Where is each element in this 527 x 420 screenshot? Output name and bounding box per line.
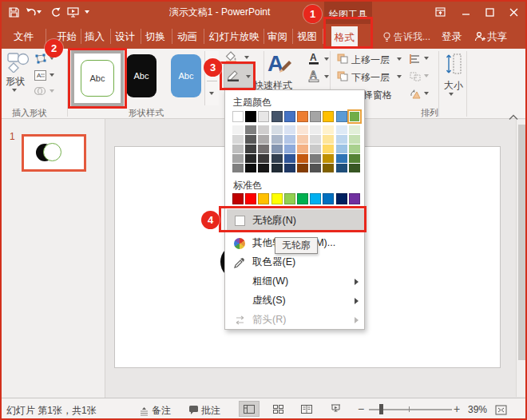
color-swatch[interactable] xyxy=(258,193,269,204)
zoom-out-button[interactable]: − xyxy=(358,402,364,415)
color-swatch[interactable] xyxy=(284,193,295,204)
color-swatch[interactable] xyxy=(310,145,321,154)
text-fill-icon[interactable]: A xyxy=(308,52,319,68)
shapes-dropdown-icon[interactable] xyxy=(12,89,17,92)
tab-file[interactable]: 文件 xyxy=(14,30,34,44)
color-swatch[interactable] xyxy=(323,125,334,135)
shape-style-1-selected[interactable]: Abc xyxy=(71,50,124,106)
tab-transitions[interactable]: 切换 xyxy=(145,30,165,44)
bring-forward-dropdown-icon[interactable] xyxy=(397,57,402,61)
text-outline-icon[interactable]: A xyxy=(308,69,319,85)
color-swatch[interactable] xyxy=(349,135,360,145)
align-dropdown-icon[interactable] xyxy=(424,57,429,60)
color-swatch[interactable] xyxy=(284,135,295,145)
color-swatch[interactable] xyxy=(310,154,321,164)
quick-styles-icon[interactable]: A xyxy=(265,50,295,77)
rotate-icon[interactable] xyxy=(408,88,422,101)
color-swatch[interactable] xyxy=(245,164,256,173)
slide-sorter-view-button[interactable] xyxy=(267,401,288,417)
color-swatch[interactable] xyxy=(232,164,244,173)
vertical-scrollbar[interactable] xyxy=(516,120,526,397)
qat-customize-icon[interactable] xyxy=(85,10,89,14)
slideshow-view-button[interactable] xyxy=(325,401,346,417)
tab-review[interactable]: 审阅 xyxy=(267,30,287,44)
sign-in-link[interactable]: 登录 xyxy=(442,30,462,44)
reading-view-button[interactable] xyxy=(296,401,317,417)
shape-style-3[interactable]: Abc xyxy=(171,54,201,97)
redo-button[interactable] xyxy=(48,6,62,18)
color-swatch[interactable] xyxy=(349,145,360,154)
color-swatch[interactable] xyxy=(310,125,321,135)
color-swatch[interactable] xyxy=(245,135,256,145)
color-swatch[interactable] xyxy=(336,164,347,173)
color-swatch[interactable] xyxy=(245,125,256,135)
color-swatch[interactable] xyxy=(232,125,244,135)
merge-shapes-dropdown-icon[interactable] xyxy=(50,89,54,93)
color-swatch[interactable] xyxy=(336,111,347,122)
color-swatch[interactable] xyxy=(245,111,256,122)
text-box-dropdown-icon[interactable] xyxy=(50,73,54,77)
size-dropdown-icon[interactable] xyxy=(449,93,454,96)
shapes-gallery-icon[interactable] xyxy=(6,52,30,76)
size-icon[interactable] xyxy=(445,52,462,79)
edit-shape-icon[interactable] xyxy=(33,52,47,65)
text-box-icon[interactable]: A xyxy=(33,69,47,81)
color-swatch[interactable] xyxy=(232,154,244,164)
shape-fill-button[interactable] xyxy=(225,51,254,65)
color-swatch[interactable] xyxy=(310,164,321,173)
color-swatch[interactable] xyxy=(258,164,269,173)
slide-thumbnail[interactable] xyxy=(22,134,86,172)
color-swatch[interactable] xyxy=(310,193,321,204)
color-swatch[interactable] xyxy=(297,125,308,135)
color-swatch[interactable] xyxy=(297,111,308,122)
rotate-dropdown-icon[interactable] xyxy=(424,92,429,95)
shapes-button[interactable]: 形状 xyxy=(6,75,25,89)
send-backward-button[interactable]: 下移一层 xyxy=(351,71,390,85)
color-swatch[interactable] xyxy=(336,135,347,145)
text-fill-dropdown-icon[interactable] xyxy=(324,57,329,61)
group-icon[interactable] xyxy=(408,70,422,83)
bring-forward-button[interactable]: 上移一层 xyxy=(351,53,390,67)
comments-button[interactable]: 批注 xyxy=(201,404,220,418)
notes-button[interactable]: 备注 xyxy=(152,404,171,418)
align-icon[interactable] xyxy=(408,53,422,65)
color-swatch[interactable] xyxy=(349,193,360,204)
menu-item-no-outline[interactable]: 无轮廓(N) xyxy=(227,209,364,232)
tab-format-active[interactable]: 格式 xyxy=(331,26,358,49)
menu-item-dashes[interactable]: 虚线(S) xyxy=(227,291,364,310)
color-swatch[interactable] xyxy=(336,125,347,135)
send-backward-dropdown-icon[interactable] xyxy=(397,75,402,78)
color-swatch[interactable] xyxy=(297,145,308,154)
color-swatch[interactable] xyxy=(323,145,334,154)
shape-outline-button[interactable] xyxy=(224,64,256,88)
ribbon-display-options-button[interactable] xyxy=(431,5,449,19)
color-swatch[interactable] xyxy=(271,125,283,135)
color-swatch[interactable] xyxy=(349,125,360,135)
tell-me-box[interactable]: 告诉我... xyxy=(394,30,430,44)
color-swatch[interactable] xyxy=(284,145,295,154)
tab-insert[interactable]: 插入 xyxy=(85,30,105,44)
tab-animations[interactable]: 动画 xyxy=(177,30,197,44)
color-swatch[interactable] xyxy=(245,154,256,164)
menu-item-arrows[interactable]: 箭头(R) xyxy=(227,311,364,329)
share-button[interactable]: 共享 xyxy=(487,30,507,44)
color-swatch[interactable] xyxy=(258,135,269,145)
color-swatch[interactable] xyxy=(271,154,283,164)
fit-to-window-button[interactable] xyxy=(495,404,507,418)
color-swatch[interactable] xyxy=(258,111,269,122)
group-dropdown-icon[interactable] xyxy=(424,74,429,77)
color-swatch[interactable] xyxy=(232,193,244,204)
color-swatch[interactable] xyxy=(271,164,283,173)
color-swatch[interactable] xyxy=(284,164,295,173)
merge-shapes-icon[interactable] xyxy=(33,85,47,97)
color-swatch[interactable] xyxy=(245,145,256,154)
menu-item-weight[interactable]: 粗细(W) xyxy=(227,272,364,291)
maximize-button[interactable] xyxy=(481,5,498,19)
color-swatch[interactable] xyxy=(323,164,334,173)
color-swatch[interactable] xyxy=(349,111,360,122)
color-swatch[interactable] xyxy=(297,154,308,164)
color-swatch[interactable] xyxy=(258,154,269,164)
color-swatch[interactable] xyxy=(323,154,334,164)
color-swatch[interactable] xyxy=(284,154,295,164)
color-swatch[interactable] xyxy=(258,145,269,154)
